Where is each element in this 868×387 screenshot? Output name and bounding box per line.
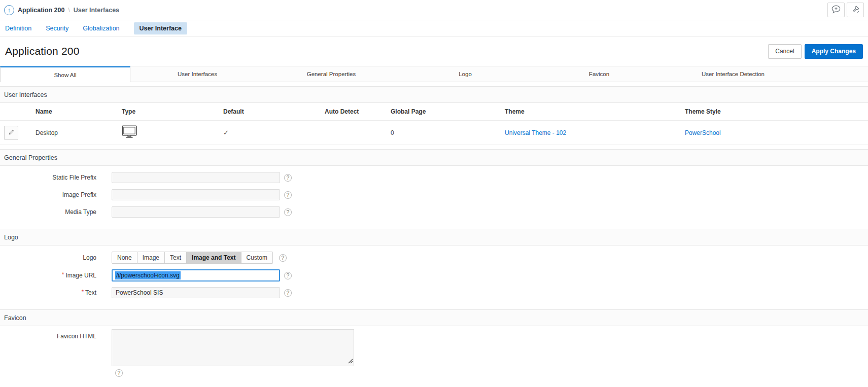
topbar-actions <box>827 3 864 17</box>
logo-option-image[interactable]: Image <box>137 252 165 264</box>
logo-option-custom[interactable]: Custom <box>241 252 273 264</box>
nav-tab-user-interface[interactable]: User Interface <box>134 22 187 34</box>
nav-tab-definition[interactable]: Definition <box>5 25 31 32</box>
breadcrumb-separator: \ <box>68 7 70 14</box>
image-prefix-input[interactable] <box>112 189 280 200</box>
logo-option-group: None Image Text Image and Text Custom <box>112 252 273 264</box>
image-url-selected-text: /i/powerschool-icon.svg <box>115 271 181 279</box>
section-header-logo: Logo <box>0 229 868 245</box>
column-header-default: Default <box>216 108 318 115</box>
apply-changes-button[interactable]: Apply Changes <box>805 44 863 59</box>
static-file-prefix-label: Static File Prefix <box>0 174 96 181</box>
feedback-button[interactable] <box>827 3 845 17</box>
help-icon[interactable]: ? <box>284 289 292 297</box>
page-title: Application 200 <box>5 45 80 57</box>
default-checkmark-icon: ✓ <box>223 129 229 136</box>
desktop-monitor-icon <box>122 133 137 140</box>
theme-style-link[interactable]: PowerSchool <box>685 129 721 136</box>
column-header-type: Type <box>115 108 216 115</box>
field-logo-type: Logo None Image Text Image and Text Cust… <box>0 249 868 267</box>
column-header-auto-detect: Auto Detect <box>318 108 384 115</box>
logo-text-input[interactable] <box>112 287 280 298</box>
field-static-file-prefix: Static File Prefix ? <box>0 169 868 186</box>
logo-option-none[interactable]: None <box>112 252 137 264</box>
page-header: Application 200 Cancel Apply Changes <box>0 37 868 66</box>
image-url-label: *Image URL <box>0 272 96 279</box>
topbar: ↑ Application 200 \ User Interfaces <box>0 0 868 20</box>
cell-name: Desktop <box>28 129 115 136</box>
pencil-icon <box>8 129 15 137</box>
region-tabs: Show All User Interfaces General Propert… <box>0 66 868 82</box>
nav-tab-security[interactable]: Security <box>46 25 68 32</box>
breadcrumb-current: User Interfaces <box>74 7 119 14</box>
media-type-input[interactable] <box>112 206 280 218</box>
logo-option-image-and-text[interactable]: Image and Text <box>187 252 241 264</box>
field-favicon-html: Favicon HTML <box>0 329 868 366</box>
breadcrumb: ↑ Application 200 \ User Interfaces <box>4 5 119 15</box>
column-header-theme-style: Theme Style <box>678 108 868 115</box>
tab-user-interfaces[interactable]: User Interfaces <box>130 66 264 82</box>
table-row: Desktop ✓ 0 Universal Theme - 102 PowerS… <box>0 121 868 145</box>
up-arrow-icon[interactable]: ↑ <box>4 5 14 15</box>
image-prefix-label: Image Prefix <box>0 191 96 198</box>
help-icon[interactable]: ? <box>279 254 287 262</box>
logo-text-label: *Text <box>0 289 96 296</box>
field-logo-text: *Text ? <box>0 284 868 301</box>
column-header-name: Name <box>28 108 115 115</box>
section-header-favicon: Favicon <box>0 309 868 326</box>
help-icon[interactable]: ? <box>115 369 123 377</box>
app-nav-tabs: Definition Security Globalization User I… <box>0 20 868 37</box>
tab-favicon[interactable]: Favicon <box>532 66 666 82</box>
logo-label: Logo <box>0 254 96 261</box>
image-url-input[interactable]: /i/powerschool-icon.svg <box>112 269 280 282</box>
section-header-user-interfaces: User Interfaces <box>0 86 868 103</box>
field-image-prefix: Image Prefix ? <box>0 186 868 203</box>
cancel-button[interactable]: Cancel <box>768 44 801 59</box>
required-marker: * <box>82 289 84 295</box>
tab-general-properties[interactable]: General Properties <box>264 66 398 82</box>
help-icon[interactable]: ? <box>284 208 292 216</box>
favicon-html-label: Favicon HTML <box>0 329 96 340</box>
breadcrumb-app-link[interactable]: Application 200 <box>18 7 64 14</box>
field-media-type: Media Type ? <box>0 203 868 221</box>
help-icon[interactable]: ? <box>284 191 292 199</box>
required-marker: * <box>62 271 64 277</box>
tab-logo[interactable]: Logo <box>398 66 532 82</box>
section-header-general-properties: General Properties <box>0 149 868 166</box>
region-tabs-spacer <box>800 66 868 82</box>
flashlight-icon <box>851 5 860 15</box>
tab-show-all[interactable]: Show All <box>0 66 130 82</box>
field-image-url: *Image URL /i/powerschool-icon.svg ? <box>0 267 868 284</box>
feedback-bubble-icon <box>831 5 841 15</box>
tab-user-interface-detection[interactable]: User Interface Detection <box>666 66 800 82</box>
shortcuts-button[interactable] <box>847 3 864 17</box>
static-file-prefix-input[interactable] <box>112 172 280 183</box>
help-icon[interactable]: ? <box>284 272 292 279</box>
cell-global-page: 0 <box>384 129 498 136</box>
logo-fields: Logo None Image Text Image and Text Cust… <box>0 245 868 305</box>
favicon-fields: Favicon HTML ? <box>0 326 868 381</box>
favicon-html-textarea[interactable] <box>112 329 354 366</box>
theme-link[interactable]: Universal Theme - 102 <box>505 129 566 136</box>
header-buttons: Cancel Apply Changes <box>768 44 863 59</box>
nav-tab-globalization[interactable]: Globalization <box>83 25 119 32</box>
help-icon[interactable]: ? <box>284 174 292 182</box>
media-type-label: Media Type <box>0 208 96 216</box>
general-properties-fields: Static File Prefix ? Image Prefix ? Medi… <box>0 166 868 225</box>
column-header-theme: Theme <box>498 108 678 115</box>
logo-option-text[interactable]: Text <box>165 252 187 264</box>
column-header-global-page: Global Page <box>384 108 498 115</box>
edit-row-button[interactable] <box>4 126 18 140</box>
ui-table-header: Name Type Default Auto Detect Global Pag… <box>0 103 868 121</box>
